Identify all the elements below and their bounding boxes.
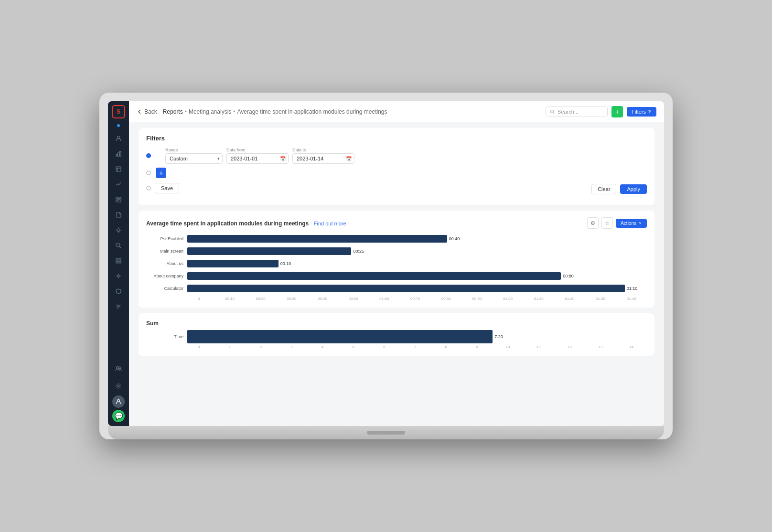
range-select-wrap: Custom Last 7 days Last 30 days	[165, 153, 223, 164]
sum-x-axis-tick: 12	[554, 345, 585, 349]
bar-value: 00:25	[353, 249, 364, 254]
date-to-input[interactable]	[292, 153, 354, 164]
chart-header: Average time spent in application module…	[146, 217, 647, 229]
svg-rect-19	[119, 258, 121, 260]
sum-x-axis-tick: 11	[523, 345, 554, 349]
filters-button[interactable]: Filters	[627, 107, 656, 117]
sidebar-icon-12[interactable]	[112, 300, 125, 313]
filter-group-1: Range Custom Last 7 days Last 30 days	[165, 148, 354, 164]
sum-x-axis-tick: 8	[430, 345, 461, 349]
sidebar-icon-3[interactable]	[112, 162, 125, 176]
bar	[187, 247, 351, 255]
bar-label: Calculator	[150, 286, 183, 291]
back-button[interactable]: Back	[137, 108, 157, 115]
sidebar-icon-people[interactable]	[112, 362, 125, 375]
sum-x-axis-tick: 7	[400, 345, 431, 349]
sum-bar-value: 7:20	[494, 334, 503, 339]
sidebar-icon-6[interactable]	[112, 208, 125, 222]
sidebar-icon-9[interactable]	[112, 254, 125, 267]
add-button[interactable]: +	[611, 106, 623, 117]
screen: S	[108, 101, 664, 426]
svg-rect-1	[116, 154, 118, 156]
bar-container: 00:80	[187, 272, 643, 280]
filter-row-1: Range Custom Last 7 days Last 30 days	[146, 148, 647, 164]
apply-button[interactable]: Apply	[620, 184, 647, 194]
sum-x-axis-tick: 13	[585, 345, 616, 349]
sidebar-icon-1[interactable]	[112, 132, 125, 145]
date-from-input[interactable]	[226, 153, 289, 164]
svg-rect-2	[118, 153, 119, 156]
user-avatar[interactable]	[112, 395, 125, 408]
x-axis-tick: 00:20	[245, 297, 276, 301]
sidebar-icon-11[interactable]	[112, 285, 125, 298]
sum-x-axis-tick: 6	[369, 345, 400, 349]
bar-row: About us 00:10	[150, 259, 643, 268]
sum-bar-chart: Time 7:20	[146, 332, 647, 341]
svg-point-27	[118, 385, 119, 387]
sidebar-icon-settings[interactable]	[112, 379, 125, 393]
x-axis-tick: 00:40	[307, 297, 338, 301]
x-axis-tick: 00:70	[400, 297, 431, 301]
bar-row: Calculator 01:10	[150, 284, 643, 293]
sidebar-icon-8[interactable]	[112, 239, 125, 252]
sidebar-icon-4[interactable]	[112, 178, 125, 191]
range-select[interactable]: Custom Last 7 days Last 30 days	[165, 153, 223, 164]
sidebar-icon-10[interactable]	[112, 269, 125, 283]
calendar-to-icon: 📅	[346, 156, 352, 161]
bar-container: 01:10	[187, 284, 643, 293]
sum-x-axis-tick: 5	[338, 345, 369, 349]
add-filter-button[interactable]: +	[156, 168, 166, 178]
chart-actions: ⚙ ☆ Actions	[587, 217, 647, 229]
svg-point-25	[117, 367, 119, 369]
bar-row: About company 00:80	[150, 272, 643, 280]
search-box[interactable]: Search...	[546, 106, 608, 117]
bar-value: 00:40	[449, 236, 460, 241]
svg-line-30	[553, 113, 554, 114]
bar-row: Pst Enabled 00:40	[150, 234, 643, 243]
x-axis-tick: 00:10	[214, 297, 246, 301]
search-placeholder: Search...	[558, 109, 579, 115]
breadcrumb: Reports • Meeting analysis • Average tim…	[163, 108, 540, 115]
bar-container: 00:40	[187, 234, 643, 243]
app-logo: S	[112, 105, 125, 118]
chart-star-icon[interactable]: ☆	[601, 217, 613, 229]
main-bar-chart: Pst Enabled 00:40 Main screen 00:25 Abou…	[146, 234, 647, 293]
sum-bar-row: Time 7:20	[150, 332, 643, 341]
svg-point-26	[119, 367, 121, 369]
filter-row-3: Save Clear Apply	[146, 182, 647, 194]
sidebar-icon-7[interactable]	[112, 223, 125, 237]
x-axis-tick: 01:20	[554, 297, 585, 301]
bar-container: 00:10	[187, 259, 643, 268]
laptop-base	[108, 426, 664, 439]
sum-x-axis-tick: 2	[245, 345, 276, 349]
filter-date-from-field: Data from 📅	[226, 148, 289, 164]
sum-bar	[187, 330, 493, 343]
laptop-frame: S	[99, 93, 673, 439]
sidebar-icon-2[interactable]	[112, 147, 125, 160]
sidebar-bottom: 💬	[112, 361, 125, 422]
bar-row: Main screen 00:25	[150, 247, 643, 255]
x-axis-tick: 01:30	[585, 297, 616, 301]
sum-x-axis-tick: 4	[307, 345, 338, 349]
sidebar-icon-5[interactable]	[112, 193, 125, 206]
actions-button[interactable]: Actions	[616, 219, 647, 228]
bar	[187, 260, 279, 267]
bar-value: 00:10	[280, 261, 291, 266]
page-content: Filters Range Custom Last 7 days	[129, 122, 664, 426]
filters-section: Filters Range Custom Last 7 days	[139, 128, 654, 205]
support-button[interactable]: 💬	[112, 410, 125, 422]
bar-label: About us	[150, 261, 183, 266]
clear-button[interactable]: Clear	[591, 184, 616, 194]
bar-label: Main screen	[150, 249, 183, 254]
x-axis-tick: 00:80	[430, 297, 461, 301]
chart-settings-icon[interactable]: ⚙	[587, 217, 599, 229]
sum-x-axis-tick: 1	[214, 345, 246, 349]
filter-radio-1[interactable]	[146, 153, 151, 158]
x-axis-tick: 01:00	[369, 297, 400, 301]
sum-bar-container: 7:20	[187, 332, 643, 341]
main-content: Back Reports • Meeting analysis • Averag…	[129, 101, 664, 426]
save-button[interactable]: Save	[155, 183, 179, 193]
filter-date-to-field: Data to 📅	[292, 148, 354, 164]
sum-section: Sum Time 7:20 01234567891011121314	[139, 313, 654, 356]
date-from-wrap: 📅	[226, 153, 289, 164]
